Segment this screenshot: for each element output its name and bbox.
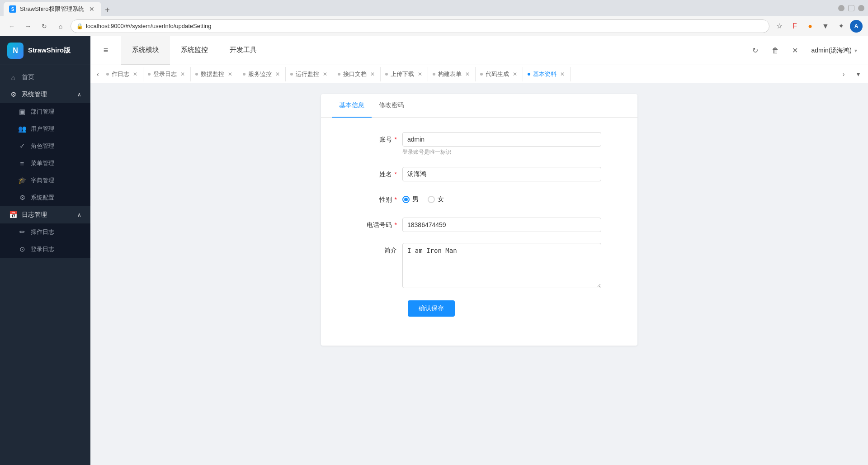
phone-input[interactable] (402, 218, 601, 232)
gender-female-label: 女 (438, 195, 444, 204)
form-tab-password-label: 修改密码 (379, 101, 404, 109)
sidebar-item-op-log[interactable]: ✏ 操作日志 (0, 223, 90, 241)
nav-tab-monitor[interactable]: 系统监控 (170, 36, 219, 65)
nav-tab-dev[interactable]: 开发工具 (219, 36, 268, 65)
gender-male-option[interactable]: 男 (402, 195, 419, 204)
refresh-nav-icon[interactable]: ↻ (748, 43, 763, 58)
sidebar-item-role-mgmt[interactable]: ✓ 角色管理 (0, 138, 90, 155)
tab-close-5[interactable]: ✕ (369, 71, 376, 77)
ext-icon-4[interactable]: ✦ (835, 20, 847, 33)
tab-item-8[interactable]: 代码生成 ✕ (476, 67, 523, 81)
gender-field-group: 性别 * 男 (357, 192, 601, 207)
tab-label-8: 代码生成 (486, 70, 509, 78)
sidebar-logo: N StrawShiro版 (0, 36, 90, 65)
gender-female-option[interactable]: 女 (428, 195, 444, 204)
sidebar-item-sys-config[interactable]: ⚙ 系统配置 (0, 189, 90, 206)
sidebar-item-log-mgmt[interactable]: 📅 日志管理 ∧ (0, 206, 90, 223)
phone-field-group: 电话号码 * (357, 218, 601, 232)
address-bar[interactable]: 🔒 localhost:9000/#//system/userInfo/upda… (71, 19, 769, 33)
home-button[interactable]: ⌂ (54, 20, 67, 33)
form-tab-password[interactable]: 修改密码 (372, 94, 411, 118)
tab-item-2[interactable]: 数据监控 ✕ (191, 67, 238, 81)
browser-titlebar: S StrawShiro权限管理系统 ✕ + (0, 0, 868, 16)
tab-item-3[interactable]: 服务监控 ✕ (238, 67, 286, 81)
tab-close-7[interactable]: ✕ (464, 71, 471, 77)
sidebar-item-menu-mgmt[interactable]: ≡ 菜单管理 (0, 155, 90, 172)
menu-toggle-button[interactable]: ≡ (98, 43, 114, 59)
tab-item-9[interactable]: 基本资料 ✕ (523, 67, 571, 81)
back-button[interactable]: ← (5, 20, 18, 33)
logo-text: StrawShiro版 (28, 46, 71, 55)
bio-control: I am Iron Man (402, 243, 601, 289)
minimize-button[interactable] (838, 5, 844, 11)
user-info[interactable]: admin(汤海鸿) ▾ (808, 45, 861, 57)
sidebar-label-config: 系统配置 (31, 194, 54, 202)
sidebar-label-role: 角色管理 (31, 142, 54, 150)
tab-close-2[interactable]: ✕ (227, 71, 233, 77)
ext-icon-3[interactable]: ▼ (819, 20, 832, 33)
tab-strip: ‹ 作日志 ✕ 登录日志 ✕ 数据监控 ✕ 服 (90, 65, 868, 83)
tab-label-4: 运行监控 (296, 70, 319, 78)
forward-button[interactable]: → (22, 20, 34, 33)
refresh-button[interactable]: ↻ (38, 20, 51, 33)
name-required-mark: * (395, 171, 397, 178)
sidebar-item-dict-mgmt[interactable]: 🎓 字典管理 (0, 172, 90, 189)
name-input[interactable] (402, 167, 601, 181)
tab-item-6[interactable]: 上传下载 ✕ (381, 67, 428, 81)
tab-item-1[interactable]: 登录日志 ✕ (143, 67, 191, 81)
main-content: ≡ 系统模块 系统监控 开发工具 ↻ 🗑 ✕ (90, 36, 868, 465)
form-tab-basic[interactable]: 基本信息 (332, 94, 372, 118)
tab-close-button[interactable]: ✕ (88, 5, 96, 13)
tab-label-7: 构建表单 (438, 70, 462, 78)
browser-toolbar: ← → ↻ ⌂ 🔒 localhost:9000/#//system/userI… (0, 16, 868, 36)
tab-close-3[interactable]: ✕ (274, 71, 281, 77)
save-button[interactable]: 确认保存 (408, 300, 455, 317)
gender-male-radio[interactable] (402, 196, 410, 203)
form-card: 基本信息 修改密码 账号 * (321, 94, 637, 346)
tab-strip-prev-button[interactable]: ‹ (94, 71, 102, 78)
tab-item-7[interactable]: 构建表单 ✕ (428, 67, 476, 81)
sidebar-label-user: 用户管理 (31, 125, 54, 133)
tab-next-button[interactable]: › (837, 68, 850, 81)
tab-dot-5 (338, 73, 340, 76)
close-button[interactable] (858, 5, 864, 11)
account-input[interactable] (402, 132, 601, 147)
sidebar-item-home[interactable]: ⌂ 首页 (0, 69, 90, 86)
maximize-button[interactable] (848, 5, 854, 11)
logo-icon: N (7, 43, 24, 59)
star-icon[interactable]: ☆ (773, 20, 786, 33)
tab-item-0[interactable]: 作日志 ✕ (102, 67, 143, 81)
sidebar-label-log: 日志管理 (22, 211, 47, 219)
home-icon: ⌂ (9, 74, 17, 81)
gender-female-radio[interactable] (428, 196, 435, 203)
new-tab-button[interactable]: + (101, 4, 114, 16)
tab-close-1[interactable]: ✕ (179, 71, 186, 77)
sidebar-item-login-log[interactable]: ⊙ 登录日志 (0, 241, 90, 258)
tab-close-8[interactable]: ✕ (512, 71, 518, 77)
tab-item-4[interactable]: 运行监控 ✕ (286, 67, 333, 81)
browser-profile[interactable]: A (850, 20, 863, 33)
tab-close-0[interactable]: ✕ (132, 71, 138, 77)
nav-tab-system[interactable]: 系统模块 (121, 36, 170, 65)
sidebar-label-login-log: 登录日志 (31, 245, 54, 253)
tab-dropdown-button[interactable]: ▾ (852, 68, 864, 81)
ext-icon-1[interactable]: F (788, 20, 801, 33)
ext-icon-2[interactable]: ● (804, 20, 816, 33)
tab-label-5: 接口文档 (343, 70, 367, 78)
tab-close-6[interactable]: ✕ (417, 71, 423, 77)
bio-textarea[interactable]: I am Iron Man (402, 243, 601, 288)
users-icon: 👥 (18, 125, 26, 133)
tab-close-9[interactable]: ✕ (559, 71, 566, 77)
account-label: 账号 * (357, 132, 402, 147)
tab-favicon: S (9, 5, 16, 13)
system-mgmt-group: ▣ 部门管理 👥 用户管理 ✓ 角色管理 ≡ 菜单管理 (0, 103, 90, 206)
close-nav-icon[interactable]: ✕ (788, 43, 802, 58)
sidebar-item-dept-mgmt[interactable]: ▣ 部门管理 (0, 103, 90, 120)
tab-close-4[interactable]: ✕ (322, 71, 328, 77)
delete-nav-icon[interactable]: 🗑 (768, 43, 783, 58)
sidebar-item-system-mgmt[interactable]: ⚙ 系统管理 ∧ (0, 86, 90, 103)
browser-tab-active[interactable]: S StrawShiro权限管理系统 ✕ (4, 2, 101, 16)
gender-radio-group: 男 女 (402, 192, 601, 207)
sidebar-item-user-mgmt[interactable]: 👥 用户管理 (0, 120, 90, 138)
tab-item-5[interactable]: 接口文档 ✕ (333, 67, 381, 81)
